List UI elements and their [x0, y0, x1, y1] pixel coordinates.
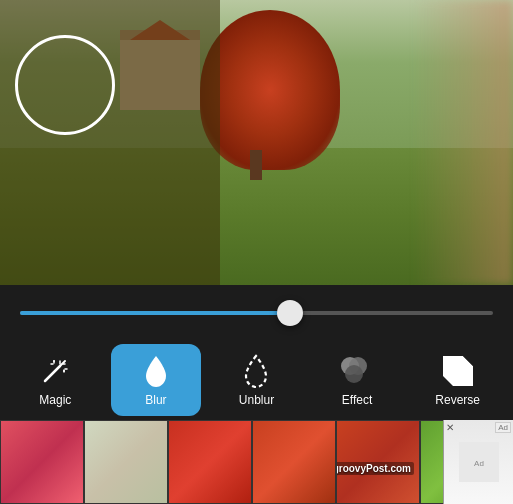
watermark-text: groovyPost.com: [336, 462, 414, 475]
blur-circle-indicator[interactable]: [15, 35, 115, 135]
right-blur: [413, 0, 513, 285]
thumbnail-4[interactable]: [252, 420, 336, 504]
unblur-drop-icon: [238, 353, 274, 389]
tree-trunk: [250, 150, 262, 180]
dark-overlay: [0, 0, 220, 285]
thumbnail-5[interactable]: groovyPost.com: [336, 420, 420, 504]
ad-banner: ✕ Ad Ad: [443, 420, 513, 504]
thumbnail-1[interactable]: [0, 420, 84, 504]
svg-line-0: [45, 366, 60, 381]
slider-row: [0, 285, 513, 340]
toolbar-area: Magic Blur Unblur: [0, 285, 513, 504]
thumbnail-3[interactable]: [168, 420, 252, 504]
svg-text:Ad: Ad: [474, 459, 484, 468]
magic-tool[interactable]: Magic: [10, 344, 100, 416]
unblur-label: Unblur: [239, 393, 274, 407]
blur-slider[interactable]: [277, 300, 303, 326]
blur-label: Blur: [145, 393, 166, 407]
unblur-tool[interactable]: Unblur: [211, 344, 301, 416]
ad-image: Ad: [459, 442, 499, 482]
effect-label: Effect: [342, 393, 372, 407]
blur-drop-icon: [138, 353, 174, 389]
thumbnail-2[interactable]: [84, 420, 168, 504]
photo-canvas: [0, 0, 513, 285]
reverse-label: Reverse: [435, 393, 480, 407]
blur-tool[interactable]: Blur: [111, 344, 201, 416]
ad-close-icon[interactable]: ✕: [446, 422, 454, 433]
red-tree: [200, 10, 340, 170]
effect-circle-3: [345, 365, 363, 383]
slider-fill: [20, 311, 290, 315]
magic-label: Magic: [39, 393, 71, 407]
magic-wand-icon: [37, 353, 73, 389]
effect-tool[interactable]: Effect: [312, 344, 402, 416]
ad-label: Ad: [495, 422, 511, 433]
effect-icon-inner: [341, 357, 373, 385]
watermark: groovyPost.com: [336, 462, 414, 475]
effect-circles-icon: [339, 353, 375, 389]
reverse-tool[interactable]: Reverse: [413, 344, 503, 416]
slider-track: [20, 311, 493, 315]
svg-point-8: [53, 360, 55, 362]
svg-point-9: [63, 370, 65, 372]
tools-row: Magic Blur Unblur: [0, 340, 513, 420]
reverse-icon: [440, 353, 476, 389]
thumbnail-strip: groovyPost.com ✕ Ad Ad: [0, 420, 513, 504]
